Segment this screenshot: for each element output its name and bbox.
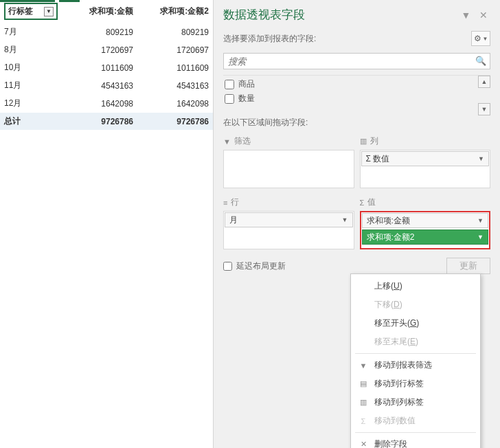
- caret-down-icon: ▼: [477, 234, 484, 240]
- search-icon: 🔍: [475, 56, 486, 66]
- value-pill-1[interactable]: 求和项:金额▼: [362, 213, 489, 228]
- menu-to-values: Σ移动到数值: [351, 412, 480, 430]
- menu-move-down: 下移(D): [351, 295, 480, 314]
- caret-down-icon: ▼: [483, 36, 488, 42]
- sigma-icon: Σ: [358, 417, 369, 425]
- menu-move-up[interactable]: 上移(U): [351, 277, 480, 295]
- table-row[interactable]: 12月16420981642098: [0, 95, 213, 113]
- field-list: 商品 数量 ▲ ▼: [223, 75, 490, 110]
- search-input[interactable]: [223, 53, 490, 69]
- field-row[interactable]: 商品: [223, 77, 490, 91]
- table-total-row[interactable]: 总计97267869726786: [0, 113, 213, 131]
- defer-label: 延迟布局更新: [236, 260, 286, 272]
- panel-title: 数据透视表字段: [223, 7, 305, 23]
- menu-move-begin[interactable]: 移至开头(G): [351, 314, 480, 333]
- filter-zone[interactable]: ▼筛选: [223, 133, 354, 188]
- menu-to-col[interactable]: ▥移动到列标签: [351, 393, 480, 412]
- columns-icon: ▥: [358, 398, 369, 407]
- col-header-1[interactable]: 求和项:金额: [62, 0, 137, 23]
- col-header-2[interactable]: 求和项:金额2: [137, 0, 213, 23]
- filter-icon: ▼: [223, 137, 231, 146]
- search-field[interactable]: 🔍: [223, 53, 490, 69]
- field-checkbox[interactable]: [225, 80, 234, 89]
- pivot-table: 行标签 ▼ 求和项:金额 求和项:金额2 7月809219809219 8月17…: [0, 0, 213, 131]
- filter-dropdown-icon[interactable]: ▼: [44, 7, 54, 16]
- rows-zone[interactable]: ≡行 月▼: [223, 194, 354, 249]
- row-label-text: 行标签: [8, 5, 33, 17]
- drag-instruction: 在以下区域间拖动字段:: [214, 110, 500, 133]
- defer-layout-checkbox[interactable]: [223, 262, 232, 271]
- columns-zone[interactable]: ▥列 Σ 数值▼: [360, 133, 491, 188]
- scroll-up-icon[interactable]: ▲: [478, 76, 490, 88]
- row-label-header[interactable]: 行标签 ▼: [4, 3, 58, 20]
- menu-remove-field[interactable]: ✕删除字段: [351, 435, 480, 448]
- menu-move-end: 移至末尾(E): [351, 333, 480, 351]
- menu-to-filter[interactable]: ▼移动到报表筛选: [351, 356, 480, 374]
- caret-down-icon: ▼: [342, 216, 348, 223]
- sigma-icon: Σ: [360, 199, 365, 207]
- table-row[interactable]: 10月10116091011609: [0, 59, 213, 77]
- caret-down-icon: ▼: [477, 217, 484, 224]
- update-button[interactable]: 更新: [446, 258, 490, 274]
- values-zone[interactable]: Σ值 求和项:金额▼ 求和项:金额2▼: [360, 194, 491, 249]
- field-label: 数量: [238, 93, 255, 104]
- column-pill[interactable]: Σ 数值▼: [361, 151, 490, 166]
- close-icon[interactable]: ✕: [477, 10, 490, 21]
- field-row[interactable]: 数量: [223, 91, 490, 106]
- table-row[interactable]: 8月17206971720697: [0, 41, 213, 59]
- context-menu: 上移(U) 下移(D) 移至开头(G) 移至末尾(E) ▼移动到报表筛选 ▤移动…: [350, 273, 481, 448]
- menu-to-row[interactable]: ▤移动到行标签: [351, 374, 480, 393]
- rows-icon: ▤: [358, 379, 369, 388]
- layout-options-button[interactable]: ⚙ ▼: [471, 31, 490, 46]
- panel-subhead: 选择要添加到报表的字段:: [223, 33, 316, 45]
- filter-icon: ▼: [358, 361, 369, 370]
- field-label: 商品: [238, 78, 255, 90]
- table-row[interactable]: 7月809219809219: [0, 23, 213, 41]
- scroll-down-icon[interactable]: ▼: [478, 103, 490, 115]
- row-pill[interactable]: 月▼: [225, 212, 353, 227]
- columns-icon: ▥: [360, 137, 367, 146]
- table-row[interactable]: 11月45431634543163: [0, 77, 213, 95]
- chevron-down-icon[interactable]: ▼: [458, 10, 473, 21]
- caret-down-icon: ▼: [478, 155, 484, 162]
- gear-icon: ⚙: [474, 34, 481, 43]
- field-checkbox[interactable]: [225, 94, 234, 104]
- value-pill-2[interactable]: 求和项:金额2▼: [362, 229, 489, 245]
- remove-icon: ✕: [358, 440, 369, 448]
- rows-icon: ≡: [223, 199, 227, 207]
